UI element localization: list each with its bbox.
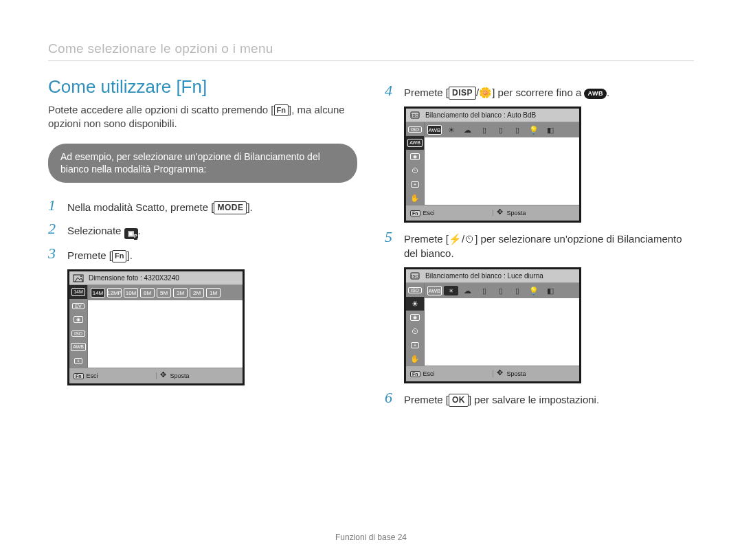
photo-size-option: 10M [124,288,138,298]
fn-key-icon: Fn [410,371,420,377]
section-title: Come utilizzare [Fn] [48,76,357,98]
screen-title: Dimensione foto : 4320X3240 [89,274,179,282]
photo-size-icon [72,273,85,282]
ok-key: OK [449,394,469,407]
step-text: Premete [Fn]. [67,246,133,262]
left-item: AWB [406,136,424,150]
move-hint: Sposta [493,370,580,377]
left-option-column: 14M EV ◉ ISO AWB + [69,285,88,368]
move-hint: Sposta [156,372,243,379]
step-2: 2 Selezionate ▣. [48,221,357,239]
screen-main: AWB ☀ ☁ ▯ ▯ ▯ 💡 ◧ [425,283,579,366]
fn-key-inline: Fn [274,104,289,116]
left-item: AWB [69,340,87,354]
left-item: ISO [69,326,87,340]
step-num: 3 [48,246,59,261]
exit-hint: Fn Esci [69,372,156,379]
screen-bottom-bar: Fn Esci Sposta [406,205,579,221]
fn-key-icon: Fn [74,373,84,379]
nav-diamond-icon [161,372,168,379]
wb-option-fluor-h-icon: ▯ [510,287,524,295]
left-item: ISO [406,122,424,136]
step-3: 3 Premete [Fn]. [48,246,357,262]
step-num: 4 [385,83,396,98]
sun-icon: ☀ [412,300,418,309]
example-callout: Ad esempio, per selezionare un'opzione d… [48,144,357,183]
step-text: Nella modalità Scatto, premete [MODE]. [67,198,253,214]
exit-hint: Fn Esci [406,210,493,216]
screen-title-bar: ISO Bilanciamento del bianco : Auto BdB [406,109,579,122]
wb-option-fluor-l-icon: ▯ [493,287,508,295]
left-item: 14M [69,285,87,299]
intro-part1: Potete accedere alle opzioni di scatto p… [48,104,274,115]
wb-option-tungsten-icon: 💡 [526,126,541,135]
breadcrumb: Come selezionare le opzioni o i menu [48,41,694,61]
wb-option-sun-icon: ☀ [444,126,458,135]
camera-p-mode-icon: ▣ [124,228,138,239]
step-num: 1 [48,198,59,213]
screen-main: AWB ☀ ☁ ▯ ▯ ▯ 💡 ◧ [425,122,579,205]
left-item: EV [69,299,87,313]
step-text: Premete [DISP/🌼] per scorrere fino a AWB… [404,83,609,100]
camera-screen-step3: Dimensione foto : 4320X3240 14M EV ◉ ISO… [67,269,245,385]
nav-diamond-icon [497,210,504,216]
macro-flower-icon: 🌼 [479,87,492,98]
svg-point-1 [80,276,82,277]
fn-key-icon: Fn [410,210,420,216]
photo-size-option: 5M [157,288,171,298]
step-text: Selezionate ▣. [67,221,141,239]
step-num: 6 [385,390,396,405]
wb-option-fluor-h-icon: ▯ [510,126,524,135]
step-4: 4 Premete [DISP/🌼] per scorrere fino a A… [385,83,694,100]
right-column: 4 Premete [DISP/🌼] per scorrere fino a A… [385,76,694,414]
photo-size-option: 8M [140,288,155,298]
photo-size-option: 14M [91,288,105,298]
screen-title-bar: Dimensione foto : 4320X3240 [69,271,243,285]
step-6: 6 Premete [OK] per salvare le impostazio… [385,390,694,407]
svg-text:ISO: ISO [412,113,419,117]
screen-main: 14M 12MP 10M 8M 5M 3M 2M 1M [88,285,243,368]
left-option-column: ISO AWB ◉ ⏲ + ✋ [406,122,425,205]
left-item: + [406,177,424,191]
left-column: Come utilizzare [Fn] Potete accedere all… [48,76,357,414]
hand-icon: ✋ [410,355,420,363]
left-item: ◉ [406,150,424,164]
fn-key: Fn [112,250,126,262]
iso-icon: ISO [409,110,421,120]
footer-label: Funzioni di base [335,533,395,542]
wb-option-cloud-icon: ☁ [460,287,475,295]
screen-bottom-bar: Fn Esci Sposta [69,368,243,383]
timer-icon: ⏲ [412,166,419,175]
left-option-column: ISO ☀ ◉ ⏲ + ✋ [406,283,425,366]
svg-text:ISO: ISO [412,274,419,278]
wb-option-awb: AWB [427,125,442,135]
iso-icon: ISO [409,271,421,280]
page-footer: Funzioni di base 24 [0,533,742,542]
step-1: 1 Nella modalità Scatto, premete [MODE]. [48,198,357,214]
self-timer-icon: ⏲ [464,233,475,245]
photo-size-option: 1M [206,288,221,298]
left-item: ✋ [406,191,424,205]
wb-option-custom-icon: ◧ [543,287,557,295]
left-item: ✋ [406,352,424,366]
left-item: ◉ [69,313,87,326]
wb-option-cloud-icon: ☁ [460,126,475,135]
photo-size-option: 12MP [107,288,122,298]
wb-option-sun-icon: ☀ [444,286,458,295]
content-columns: Come utilizzare [Fn] Potete accedere all… [48,76,694,414]
option-row: AWB ☀ ☁ ▯ ▯ ▯ 💡 ◧ [425,122,579,137]
step-num: 5 [385,229,396,245]
step-text: Premete [⚡/⏲] per selezionare un'opzione… [404,229,694,260]
wb-option-fluor-d-icon: ▯ [477,287,491,295]
wb-option-tungsten-icon: 💡 [526,287,541,295]
photo-size-option: 2M [190,288,204,298]
screen-title-bar: ISO Bilanciamento del bianco : Luce diur… [406,269,579,283]
intro-text: Potete accedere alle opzioni di scatto p… [48,103,357,131]
wb-option-fluor-l-icon: ▯ [493,126,508,135]
left-item: ◉ [406,311,424,324]
wb-option-custom-icon: ◧ [543,126,557,135]
disp-key: DISP [449,87,476,100]
left-item: + [69,354,87,368]
exit-hint: Fn Esci [406,370,493,377]
option-row: AWB ☀ ☁ ▯ ▯ ▯ 💡 ◧ [425,283,579,298]
